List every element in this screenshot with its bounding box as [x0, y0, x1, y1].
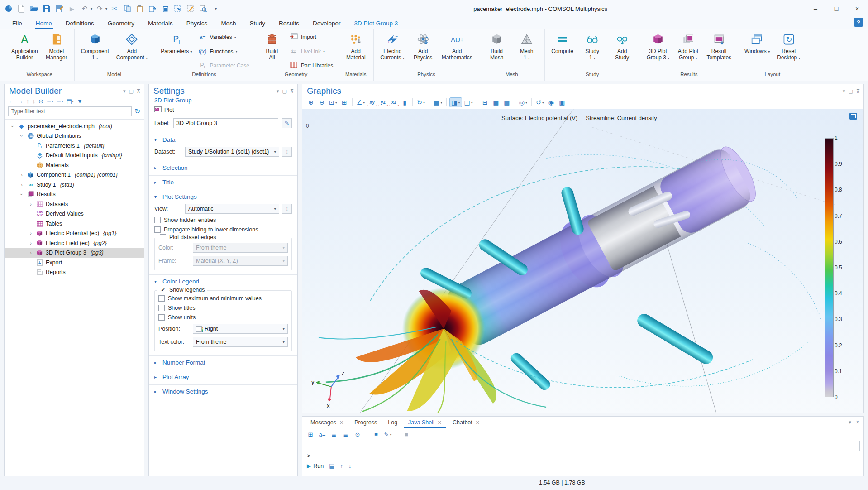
variables-icon[interactable]: a=: [318, 430, 327, 439]
go-to-source-icon[interactable]: ↕: [282, 147, 292, 157]
ribbon-add-plot-group-button[interactable]: Add Plot Group ▾: [674, 31, 702, 72]
view-yz-icon[interactable]: yz: [378, 98, 388, 106]
run-icon[interactable]: ▶: [67, 3, 77, 14]
check-show-titles[interactable]: Show titles: [158, 305, 288, 311]
forward-icon[interactable]: →: [17, 98, 23, 105]
menu-tab-physics[interactable]: Physics: [186, 18, 209, 29]
plot-area[interactable]: y z x Surface: Electric potential (V) St…: [302, 109, 863, 413]
undo-icon-dropdown[interactable]: ▾: [91, 7, 92, 11]
panel-float-icon[interactable]: ▢: [282, 88, 287, 94]
ribbon-study-1-button[interactable]: Study 1 ▾: [578, 31, 606, 72]
tree-expander-icon[interactable]: ›: [19, 182, 24, 187]
panel-menu-icon[interactable]: ▾: [277, 88, 279, 94]
ribbon-parameter-case-button[interactable]: PiParameter Case: [198, 61, 249, 70]
go-to-view-icon[interactable]: ↕: [282, 204, 292, 214]
save-as-icon[interactable]: [54, 3, 65, 14]
go-to-view-icon[interactable]: ∠▾: [355, 97, 367, 107]
plot-side-toolbar-icon[interactable]: [849, 113, 857, 120]
zoom-extents-icon[interactable]: ⊞: [339, 97, 349, 107]
tree-expander-icon[interactable]: ›: [19, 172, 24, 178]
snapshot-icon[interactable]: ⊟: [480, 97, 490, 107]
section-selection-header[interactable]: ▸Selection: [154, 164, 292, 171]
checkbox[interactable]: [158, 314, 165, 321]
console-tab-progress[interactable]: Progress: [350, 418, 382, 428]
tree-item-materials[interactable]: Materials: [5, 160, 144, 170]
scene-settings-icon[interactable]: ◎▾: [518, 97, 529, 107]
tree-item-component-1[interactable]: ›Component 1(comp1) {comp1}: [5, 170, 144, 180]
move-down-icon[interactable]: ↓: [33, 98, 36, 105]
tree-item-3d-plot-group-3[interactable]: ›3D Plot Group 3{pg3}: [5, 248, 144, 258]
menu-tab-mesh[interactable]: Mesh: [220, 18, 237, 29]
panel-menu-icon[interactable]: ▾: [843, 88, 845, 94]
check-show-units[interactable]: Show units: [158, 314, 288, 321]
new-file-icon[interactable]: [16, 3, 27, 14]
tree-item-tables[interactable]: Tables: [5, 219, 144, 229]
collapse-all-icon[interactable]: ≣ ▾: [47, 98, 53, 105]
menu-tab-study[interactable]: Study: [248, 18, 266, 29]
transparency-icon[interactable]: ◨▾: [449, 97, 462, 107]
tree-item-results[interactable]: ›Results: [5, 190, 144, 200]
panel-pin-icon[interactable]: ⊼: [856, 88, 860, 94]
tree-item-electric-field-ec-[interactable]: ›Electric Field (ec){pg2}: [5, 238, 144, 248]
tree-expander-icon[interactable]: ›: [28, 250, 33, 255]
close-button[interactable]: ×: [847, 0, 868, 17]
print-icon[interactable]: ▣: [557, 97, 567, 107]
java-shell-prompt[interactable]: >: [302, 452, 863, 461]
panel-pin-icon[interactable]: ⊼: [290, 88, 294, 94]
view-select[interactable]: Automatic: [185, 204, 279, 214]
tree-expander-icon[interactable]: ›: [10, 124, 15, 129]
console-tab-log[interactable]: Log: [383, 418, 402, 428]
ribbon-compute-button[interactable]: Compute: [548, 31, 577, 72]
environment-icon[interactable]: ◫▾: [463, 97, 474, 107]
ribbon-add-physics-button[interactable]: Add Physics: [409, 31, 437, 72]
tree-item-derived-values[interactable]: 8.85e-12Derived Values: [5, 209, 144, 219]
minimize-button[interactable]: –: [805, 0, 826, 17]
ribbon-parameters-button[interactable]: PiParameters ▾: [158, 31, 195, 72]
ribbon-add-mathematics-button[interactable]: ΔU↓Add Mathematics: [439, 31, 475, 72]
close-tab-icon[interactable]: ✕: [438, 420, 442, 426]
tree-item-reports[interactable]: Reports: [5, 268, 144, 278]
checkbox[interactable]: [158, 305, 165, 311]
ribbon-functions-button[interactable]: f(x)Functions▾: [198, 47, 249, 56]
tree-item-default-model-inputs[interactable]: Default Model Inputs{cminpt}: [5, 151, 144, 161]
tree-expander-icon[interactable]: ›: [19, 192, 24, 197]
tree-item-study-1[interactable]: ›∞Study 1{std1}: [5, 180, 144, 190]
menu-tab-file[interactable]: File: [11, 18, 23, 29]
scene-light-icon[interactable]: ▮: [400, 97, 410, 107]
console-tab-messages[interactable]: Messages✕: [306, 418, 348, 428]
show-legends-checkbox[interactable]: [160, 287, 166, 293]
menu-tab-results[interactable]: Results: [278, 18, 300, 29]
expand-all-icon[interactable]: ≣ ▾: [57, 98, 63, 105]
checkbox[interactable]: [158, 295, 165, 302]
run-button[interactable]: ▶ Run: [307, 463, 324, 469]
panel-pin-icon[interactable]: ⊼: [137, 88, 140, 94]
snippets-icon[interactable]: ⊞: [306, 430, 315, 439]
comsol-app-icon[interactable]: [3, 3, 14, 14]
tree-item-electric-potential-ec-[interactable]: ›Electric Potential (ec){pg1}: [5, 229, 144, 239]
ribbon-variables-button[interactable]: a=Variables▾: [198, 33, 249, 42]
plot-button[interactable]: Plot: [164, 107, 174, 113]
menu-tab-developer[interactable]: Developer: [312, 18, 342, 29]
ribbon-reset-desktop-button[interactable]: ↻Reset Desktop ▾: [774, 31, 803, 72]
history-up-icon[interactable]: ↑: [340, 462, 343, 469]
plot-dataset-edges-checkbox[interactable]: [160, 234, 166, 240]
visibility-icon[interactable]: ⊙: [353, 430, 362, 439]
list-icon[interactable]: ≡: [372, 430, 381, 439]
view-xy-icon[interactable]: xy: [367, 98, 377, 106]
tree-expander-icon[interactable]: ›: [28, 202, 33, 207]
back-icon[interactable]: ←: [8, 98, 14, 105]
ribbon-windows-button[interactable]: Windows ▾: [742, 31, 773, 72]
ribbon-result-templates-button[interactable]: Result Templates: [704, 31, 734, 72]
tree-item-parameters-1[interactable]: PiParameters 1{default}: [5, 141, 144, 151]
annotation-icon[interactable]: ▤: [502, 97, 512, 107]
close-tab-icon[interactable]: ✕: [476, 420, 480, 426]
tree-item-datasets[interactable]: ›Datasets: [5, 199, 144, 209]
panel-float-icon[interactable]: ▢: [129, 88, 134, 94]
close-panel-icon[interactable]: ✕: [856, 419, 860, 425]
panel-float-icon[interactable]: ▢: [849, 88, 853, 94]
edit-icon[interactable]: ✎▾: [383, 430, 392, 439]
image-table-icon[interactable]: ▦: [491, 97, 501, 107]
zoom-box-icon[interactable]: ⊡▾: [328, 97, 339, 107]
redo-icon[interactable]: ↷: [94, 3, 105, 14]
check-propagate-hiding-to-lower-dimensions[interactable]: Propagate hiding to lower dimensions: [154, 226, 292, 233]
